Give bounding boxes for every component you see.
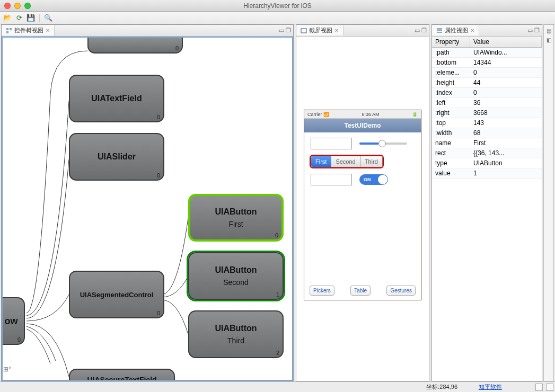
open-file-icon[interactable]: 📂 <box>3 14 12 22</box>
property-row[interactable]: rect{{36, 143... <box>432 148 542 158</box>
tree-canvas[interactable]: 0 ow 0 UIATextField 0 UIASlider 0 UIASeg… <box>2 37 293 381</box>
close-tab-icon[interactable]: ✕ <box>334 28 339 33</box>
screenshot-panel: 截屏视图 ✕ ▭ ❐ Carrier 📶 6:36 AM 🔋 TestUIDem… <box>296 24 429 381</box>
properties-header: Property Value <box>432 37 542 48</box>
property-key: :path <box>432 48 470 57</box>
minimize-icon[interactable] <box>14 3 21 9</box>
segment-second[interactable]: Second <box>331 156 360 167</box>
close-icon[interactable] <box>4 3 11 9</box>
property-row[interactable]: :left36 <box>432 98 542 108</box>
nav-bar: TestUIDemo <box>304 119 421 132</box>
property-value: First <box>470 138 542 148</box>
zoom-icon[interactable] <box>24 3 31 9</box>
tree-node-label: UIAButton <box>215 324 257 333</box>
property-row[interactable]: value1 <box>432 168 542 179</box>
property-key: :eleme... <box>432 68 470 77</box>
ios-statusbar: Carrier 📶 6:36 AM 🔋 <box>304 110 421 119</box>
property-value: 143 <box>470 118 542 128</box>
properties-tab[interactable]: 属性视图 ✕ <box>432 25 479 35</box>
tree-node-label: UIAButton <box>215 265 257 275</box>
property-row[interactable]: :pathUIAWindo... <box>432 48 542 58</box>
property-row[interactable]: :height44 <box>432 78 542 88</box>
property-value: 3668 <box>470 108 542 118</box>
property-row[interactable]: :top143 <box>432 118 542 128</box>
vendor-link[interactable]: 知平软件 <box>479 383 502 391</box>
property-row[interactable]: :right3668 <box>432 108 542 118</box>
maximize-panel-icon[interactable]: ❐ <box>534 27 540 34</box>
tree-node-label: UIASlider <box>98 152 136 162</box>
property-value: {{36, 143... <box>470 148 542 158</box>
screenshot-tab[interactable]: 截屏视图 ✕ <box>296 25 343 35</box>
property-key: name <box>432 138 470 148</box>
tree-panel: 控件树视图 ✕ ▭ ❐ 0 <box>1 24 294 381</box>
property-row[interactable]: nameFirst <box>432 138 542 148</box>
nav-title: TestUIDemo <box>344 122 381 129</box>
property-key: :left <box>432 98 470 108</box>
right-gutter: ▤ ◧ <box>543 24 554 381</box>
property-key: :right <box>432 108 470 118</box>
text-field[interactable] <box>311 138 352 149</box>
close-tab-icon[interactable]: ✕ <box>46 28 50 33</box>
device-screenshot: Carrier 📶 6:36 AM 🔋 TestUIDemo First S <box>304 110 421 300</box>
property-row[interactable]: :index0 <box>432 88 542 98</box>
property-value: 14344 <box>470 58 542 67</box>
property-value: 1 <box>470 168 542 178</box>
statusbar-icon-2[interactable] <box>546 384 553 391</box>
minimize-panel-icon[interactable]: ▭ <box>527 27 533 34</box>
svg-rect-1 <box>10 28 12 30</box>
switch-on[interactable]: ON <box>359 174 388 185</box>
svg-rect-5 <box>437 30 442 31</box>
outline-view-icon[interactable]: ▤ <box>547 28 551 34</box>
battery-icon: 🔋 <box>412 112 418 117</box>
maximize-panel-icon[interactable]: ❐ <box>286 27 291 34</box>
tree-node-slider[interactable]: UIASlider 0 <box>69 133 164 181</box>
save-icon[interactable]: 💾 <box>27 14 35 22</box>
svg-rect-6 <box>437 32 442 33</box>
property-row[interactable]: typeUIAButton <box>432 158 542 168</box>
properties-table[interactable]: Property Value :pathUIAWindo...:bottom14… <box>432 37 542 381</box>
property-key: :index <box>432 88 470 97</box>
zoom-tool-icon[interactable]: 🔍 <box>44 14 52 22</box>
property-row[interactable]: :eleme...0 <box>432 68 542 78</box>
secure-text-field[interactable] <box>311 174 352 185</box>
tree-node-button-third[interactable]: UIAButton Third 2 <box>188 310 284 358</box>
tree-node-label: UIATextField <box>91 94 142 103</box>
close-tab-icon[interactable]: ✕ <box>470 28 474 33</box>
tree-node-segmented[interactable]: UIASegmentedControl 0 <box>69 271 164 318</box>
tree-node-partial[interactable]: 0 <box>87 38 183 54</box>
tree-node-label: ow <box>5 316 18 327</box>
tree-tab[interactable]: 控件树视图 ✕ <box>2 25 55 35</box>
minimize-panel-icon[interactable]: ▭ <box>415 27 420 34</box>
refresh-icon[interactable]: ⟳ <box>15 14 23 22</box>
window-titlebar: HierarchyViewer for iOS <box>0 0 555 12</box>
table-button[interactable]: Table <box>350 286 371 296</box>
segmented-control[interactable]: First Second Third <box>311 156 383 167</box>
properties-tab-label: 属性视图 <box>445 26 468 34</box>
property-value: 44 <box>470 78 542 87</box>
pickers-button[interactable]: Pickers <box>310 286 334 296</box>
property-key: rect <box>432 148 470 158</box>
tree-node-button-second[interactable]: UIAButton Second 1 <box>188 252 284 300</box>
statusbar-icon-1[interactable] <box>535 384 543 391</box>
maximize-panel-icon[interactable]: ❐ <box>421 27 427 34</box>
toolbar-separator <box>39 14 40 22</box>
tree-node-button-first[interactable]: UIAButton First 0 <box>188 194 284 242</box>
property-row[interactable]: :width68 <box>432 128 542 138</box>
property-row[interactable]: :bottom14344 <box>432 58 542 68</box>
sash-handle-icon[interactable]: ⊞° <box>3 366 14 374</box>
segment-third[interactable]: Third <box>360 156 382 167</box>
property-value: 36 <box>470 98 542 108</box>
segment-first[interactable]: First <box>311 156 331 167</box>
tree-tab-label: 控件树视图 <box>14 26 43 34</box>
tree-node-secure[interactable]: UIASecureTextField <box>69 369 175 381</box>
minimize-panel-icon[interactable]: ▭ <box>279 27 284 34</box>
detail-view-icon[interactable]: ◧ <box>547 37 551 43</box>
gestures-button[interactable]: Gestures <box>386 286 416 296</box>
tree-node-textfield[interactable]: UIATextField 0 <box>69 75 164 122</box>
property-key: :top <box>432 118 470 128</box>
tree-node-root[interactable]: ow 0 <box>2 297 25 345</box>
clock-label: 6:36 AM <box>362 112 380 117</box>
screenshot-tab-label: 截屏视图 <box>309 26 332 34</box>
property-value: 0 <box>470 68 542 77</box>
slider[interactable] <box>359 138 407 149</box>
